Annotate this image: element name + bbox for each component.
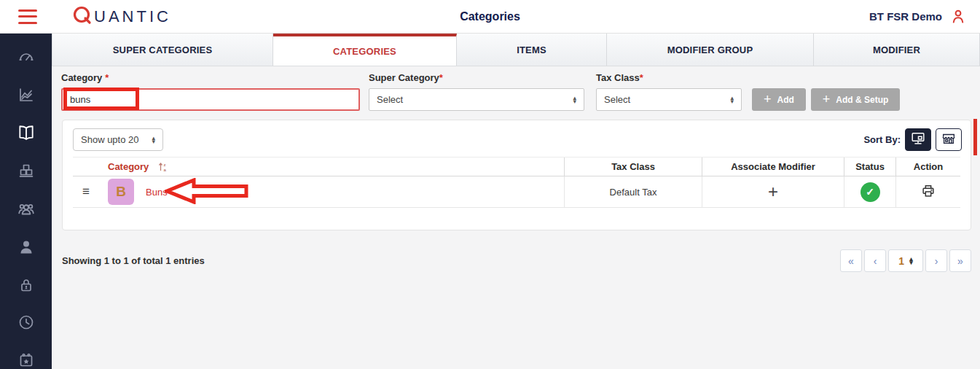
super-category-select[interactable]: Select ▴▾ — [369, 88, 584, 111]
last-page-button[interactable]: » — [949, 249, 971, 272]
sort-az-icon[interactable]: z a — [157, 161, 168, 172]
category-input[interactable]: buns — [61, 88, 360, 111]
table-header-row: Category z a Tax Class Associate Modifie… — [73, 157, 960, 176]
first-page-button[interactable]: « — [840, 249, 862, 272]
menu-hamburger-icon[interactable] — [18, 9, 37, 24]
brand-text: UANTIC — [94, 7, 171, 26]
user-person-icon[interactable] — [17, 238, 36, 257]
account-name[interactable]: BT FSR Demo — [869, 10, 942, 23]
dashboard-gauge-icon[interactable] — [17, 48, 36, 66]
category-form: Category* Super Category* Tax Class* bun… — [52, 66, 980, 111]
categories-table: Category z a Tax Class Associate Modifie… — [73, 157, 960, 208]
menu-book-icon[interactable] — [17, 123, 36, 142]
main-content: SUPER CATEGORIES CATEGORIES ITEMS MODIFI… — [52, 34, 980, 369]
tab-bar: SUPER CATEGORIES CATEGORIES ITEMS MODIFI… — [52, 34, 980, 66]
add-and-setup-button[interactable]: + Add & Setup — [811, 88, 901, 111]
tax-class-value: Default Tax — [610, 187, 657, 198]
tab-items[interactable]: ITEMS — [457, 34, 607, 66]
associate-modifier-add-icon[interactable]: + — [768, 182, 778, 202]
category-avatar: B — [108, 179, 134, 205]
monitor-icon — [910, 131, 926, 149]
tab-categories[interactable]: CATEGORIES — [273, 34, 457, 66]
page-title: Categories — [460, 10, 520, 23]
header-status: Status — [844, 158, 896, 176]
tab-modifier[interactable]: MODIFIER — [814, 34, 980, 66]
header-action: Action — [896, 158, 960, 176]
time-clock-icon[interactable] — [17, 314, 36, 332]
sort-by-pos-button[interactable] — [905, 128, 931, 151]
plus-icon: + — [764, 92, 772, 107]
status-active-check-icon[interactable]: ✓ — [861, 182, 880, 202]
select-stepper-icon: ▴▾ — [152, 136, 155, 144]
store-icon — [941, 131, 957, 149]
user-profile-icon[interactable] — [949, 8, 967, 28]
category-name-link[interactable]: Buns — [146, 187, 168, 198]
prev-page-button[interactable]: ‹ — [864, 249, 886, 272]
page-size-select[interactable]: Show upto 20 ▴▾ — [73, 128, 163, 151]
header-category[interactable]: Category z a — [99, 158, 565, 176]
table-row: ≡ B Buns Default Tax + ✓ — [73, 176, 960, 208]
scrollbar-red-thumb[interactable] — [973, 119, 977, 155]
categories-table-card: Show upto 20 ▴▾ Sort By: — [62, 120, 971, 230]
table-footer: Showing 1 to 1 of total 1 entries « ‹ 1 … — [62, 249, 971, 272]
customers-group-icon[interactable] — [17, 200, 36, 219]
sort-by-store-button[interactable] — [936, 128, 962, 151]
entries-summary: Showing 1 to 1 of total 1 entries — [62, 255, 205, 266]
tab-modifier-group[interactable]: MODIFIER GROUP — [607, 34, 814, 66]
print-icon[interactable] — [920, 183, 936, 201]
brand-logo[interactable]: UANTIC — [72, 5, 171, 28]
header-associate-modifier: Associate Modifier — [702, 158, 844, 176]
sort-by-label: Sort By: — [863, 134, 901, 145]
super-category-label: Super Category* — [369, 72, 596, 88]
reports-chart-icon[interactable] — [17, 86, 36, 104]
add-button[interactable]: + Add — [752, 88, 806, 111]
events-calendar-icon[interactable] — [17, 351, 36, 369]
tax-class-select[interactable]: Select ▴▾ — [596, 88, 742, 111]
pagination: « ‹ 1 ▴▾ › » — [840, 249, 971, 272]
page-number-stepper[interactable]: 1 ▴▾ — [888, 249, 923, 272]
svg-text:z: z — [164, 163, 166, 167]
brand-q-icon — [72, 5, 93, 28]
category-label: Category* — [61, 72, 369, 88]
next-page-button[interactable]: › — [925, 249, 947, 272]
select-stepper-icon: ▴▾ — [573, 96, 576, 104]
header-tax-class: Tax Class — [565, 158, 702, 176]
tab-super-categories[interactable]: SUPER CATEGORIES — [52, 34, 273, 66]
page-stepper-icon: ▴▾ — [909, 257, 913, 265]
select-stepper-icon: ▴▾ — [730, 96, 734, 104]
tax-class-label: Tax Class* — [596, 72, 757, 88]
plus-icon: + — [823, 92, 831, 107]
svg-text:a: a — [164, 168, 167, 172]
drag-handle-icon[interactable]: ≡ — [82, 184, 90, 199]
top-header: UANTIC Categories BT FSR Demo — [0, 0, 980, 34]
stations-boxes-icon[interactable] — [17, 162, 36, 180]
security-lock-icon[interactable] — [17, 276, 36, 294]
sidebar-nav — [0, 34, 52, 369]
